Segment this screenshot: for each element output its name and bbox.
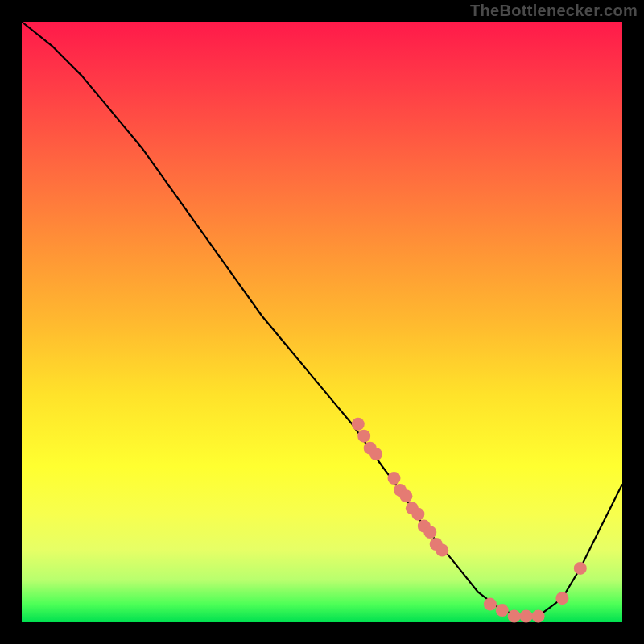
data-point [436,544,448,557]
watermark-text: TheBottlenecker.com [470,2,638,20]
data-point [508,610,521,623]
data-point [520,610,533,623]
data-point [399,489,412,502]
data-point [496,604,509,617]
chart-plot-area [22,22,622,622]
data-point [532,610,545,623]
data-point [388,472,401,485]
data-point [574,562,587,575]
data-point [352,418,365,431]
data-point [369,448,382,460]
chart-stage: TheBottlenecker.com [0,0,644,644]
chart-svg [22,22,622,622]
bottleneck-curve [22,22,622,617]
data-point [484,598,497,611]
data-point [423,526,436,539]
data-points [352,418,587,623]
data-point [357,430,370,443]
data-point [555,592,568,605]
data-point [411,508,424,521]
